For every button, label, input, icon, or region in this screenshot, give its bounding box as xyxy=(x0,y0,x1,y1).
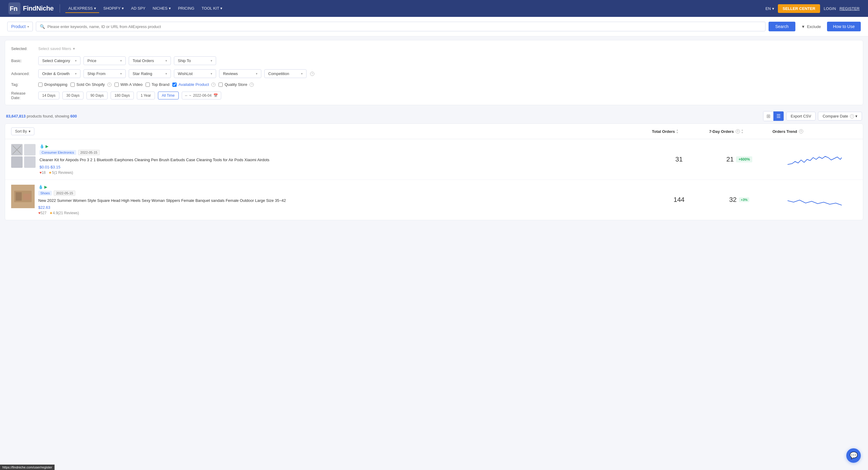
grid-view-button[interactable]: ⊞ xyxy=(764,112,773,121)
how-to-use-button[interactable]: How to Use xyxy=(827,22,861,31)
nav-items: ALIEXPRESS SHOPIFY AD SPY NICHES PRICING… xyxy=(65,4,766,13)
category-tag[interactable]: Shoes xyxy=(38,191,52,195)
growth-badge: +3% xyxy=(739,197,749,202)
date-14days-button[interactable]: 14 Days xyxy=(38,92,59,99)
register-link[interactable]: REGISTER xyxy=(840,6,860,11)
language-selector[interactable]: EN xyxy=(766,6,774,11)
chevron-down-icon xyxy=(220,6,222,10)
competition-help-icon[interactable]: ? xyxy=(310,72,314,76)
competition-select[interactable]: Competition ▾ xyxy=(264,69,307,78)
date-range-input[interactable]: -- ~ 2022-06-04 📅 xyxy=(182,92,221,99)
sort-arrows: ▲ ▼ xyxy=(741,129,744,134)
table-row: 💧 ▶ Consumer Electronics 2022-05-15 Clea… xyxy=(5,139,863,180)
quality-help-icon[interactable]: ? xyxy=(250,83,254,87)
ship-from-select[interactable]: Ship From ▾ xyxy=(84,69,126,78)
product-tags: Consumer Electronics 2022-05-15 xyxy=(39,150,649,155)
filter-icon: ▼ xyxy=(801,24,805,29)
top-brand-checkbox[interactable]: Top Brand xyxy=(146,82,169,87)
total-orders-select[interactable]: Total Orders ▾ xyxy=(129,56,171,65)
available-product-checkbox[interactable]: Available Product ? xyxy=(173,82,216,87)
product-price: $0.01-$3.15 xyxy=(39,165,649,169)
date-180days-button[interactable]: 180 Days xyxy=(111,92,134,99)
reviews-select[interactable]: Reviews ▾ xyxy=(219,69,261,78)
chevron-down-icon: ▾ xyxy=(211,59,212,62)
logo[interactable]: Fn FindNiche xyxy=(8,2,54,14)
view-toggle: ⊞ ☰ xyxy=(763,111,784,121)
compare-date-help-icon[interactable]: ? xyxy=(850,114,854,118)
product-name[interactable]: New 2022 Summer Women Style Square Head … xyxy=(38,198,649,203)
star-rating-select[interactable]: Star Rating ▾ xyxy=(129,69,171,78)
chevron-down-icon: ▾ xyxy=(256,72,257,75)
available-help-icon[interactable]: ? xyxy=(211,83,216,87)
chevron-down-icon: ▾ xyxy=(120,72,122,75)
chevron-down-icon: ▾ xyxy=(75,59,76,62)
trend-help-icon[interactable]: ? xyxy=(799,129,803,133)
advanced-label: Advanced: xyxy=(11,71,35,76)
total-orders-header[interactable]: Total Orders ▲ ▼ xyxy=(652,127,706,135)
sort-arrows: ▲ ▼ xyxy=(676,129,678,134)
search-icon: 🔍 xyxy=(40,24,45,29)
dropship-icon: 💧 xyxy=(39,144,44,149)
7day-help-icon[interactable]: ? xyxy=(736,129,740,133)
results-count: 83,647,813 products found, showing 600 xyxy=(6,114,77,118)
svg-rect-6 xyxy=(11,156,23,168)
chevron-down-icon xyxy=(73,46,75,51)
compare-date-button[interactable]: Compare Date ? xyxy=(818,112,862,121)
svg-rect-10 xyxy=(16,192,22,201)
search-input-wrapper: 🔍 xyxy=(36,22,766,31)
sold-on-shopify-checkbox[interactable]: Sold On Shopify ? xyxy=(70,82,112,87)
product-type-dropdown[interactable]: Product ▾ xyxy=(7,22,33,31)
search-button[interactable]: Search xyxy=(769,22,795,31)
product-meta: ♥527 ★4.9(21 Reviews) xyxy=(38,211,649,215)
date-alltime-button[interactable]: All Time xyxy=(158,92,179,99)
trend-chart xyxy=(772,192,857,208)
nav-item-pricing[interactable]: PRICING xyxy=(175,4,197,13)
list-view-button[interactable]: ☰ xyxy=(773,112,784,121)
nav-item-niches[interactable]: NICHES xyxy=(150,4,174,13)
trend-chart xyxy=(772,151,857,167)
category-tag[interactable]: Consumer Electronics xyxy=(39,150,76,155)
search-bar: Product ▾ 🔍 Search ▼ Exclude How to Use xyxy=(0,17,868,36)
export-csv-button[interactable]: Export CSV xyxy=(786,112,816,121)
date-30days-button[interactable]: 30 Days xyxy=(62,92,84,99)
results-bar: 83,647,813 products found, showing 600 ⊞… xyxy=(0,109,868,124)
seller-center-button[interactable]: SELLER CENTER xyxy=(778,4,820,13)
category-select[interactable]: Select Category ▾ xyxy=(38,56,81,65)
chevron-down-icon: ▾ xyxy=(120,59,122,62)
7day-orders-header[interactable]: 7-Day Orders ? ▲ ▼ xyxy=(709,127,770,135)
orders-trend-header[interactable]: Orders Trend ? xyxy=(772,127,857,135)
rating: ★5(1 Reviews) xyxy=(49,170,73,175)
product-image xyxy=(11,185,35,208)
login-link[interactable]: LOGIN xyxy=(824,6,836,11)
product-name[interactable]: Cleaner Kit for Airpods Pro 3 2 1 Blueto… xyxy=(39,157,649,163)
7day-number: 32 xyxy=(730,196,737,203)
trend-line-chart xyxy=(787,151,842,167)
7day-orders-value: 32 +3% xyxy=(709,196,770,203)
nav-item-adspy[interactable]: AD SPY xyxy=(128,4,149,13)
hearts-count: ♥527 xyxy=(38,211,46,215)
with-video-checkbox[interactable]: With A Video xyxy=(115,82,143,87)
sort-by-button[interactable]: Sort By xyxy=(11,127,34,135)
nav-item-shopify[interactable]: SHOPIFY xyxy=(100,4,127,13)
dropship-icon: 💧 xyxy=(38,185,43,189)
product-info: 💧 ▶ Shoes 2022-05-15 New 2022 Summer Wom… xyxy=(11,185,649,215)
wishlist-select[interactable]: WishList ▾ xyxy=(174,69,216,78)
calendar-icon[interactable]: 📅 xyxy=(213,93,218,98)
table-header: Sort By Total Orders ▲ ▼ 7-Day Orders ? … xyxy=(5,124,863,139)
saved-filters-dropdown[interactable]: Select saved filters xyxy=(38,45,75,52)
price-select[interactable]: Price ▾ xyxy=(84,56,126,65)
quality-store-checkbox[interactable]: Quality Store ? xyxy=(218,82,254,87)
search-input[interactable] xyxy=(47,24,762,29)
exclude-button[interactable]: ▼ Exclude xyxy=(798,22,824,31)
dropshipping-checkbox[interactable]: Dropshipping xyxy=(38,82,67,87)
nav-item-aliexpress[interactable]: ALIEXPRESS xyxy=(65,4,99,13)
table-row: 💧 ▶ Shoes 2022-05-15 New 2022 Summer Wom… xyxy=(5,180,863,220)
shopify-help-icon[interactable]: ? xyxy=(107,83,112,87)
order-growth-select[interactable]: Order & Growth ▾ xyxy=(38,69,81,78)
ship-to-select[interactable]: Ship To ▾ xyxy=(174,56,216,65)
date-90days-button[interactable]: 90 Days xyxy=(87,92,107,99)
logo-text: FindNiche xyxy=(23,4,54,12)
product-image-group xyxy=(11,144,36,168)
nav-item-toolkit[interactable]: TOOL KIT xyxy=(198,4,226,13)
date-1year-button[interactable]: 1 Year xyxy=(137,92,155,99)
